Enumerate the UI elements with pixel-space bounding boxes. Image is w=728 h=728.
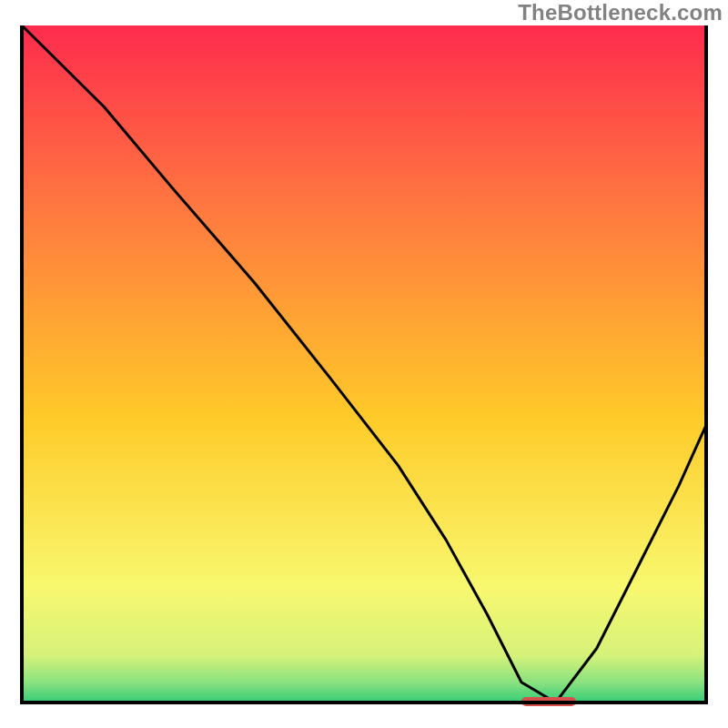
chart-root: TheBottleneck.com — [0, 0, 728, 728]
watermark-text: TheBottleneck.com — [518, 0, 723, 25]
plot-background — [22, 25, 706, 703]
chart-canvas — [0, 0, 728, 728]
